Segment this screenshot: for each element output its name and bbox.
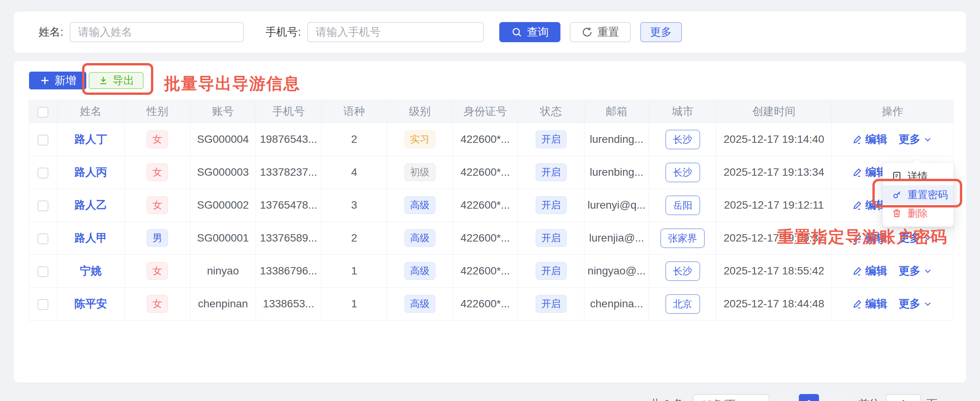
pagination: 共 6 条 10条/页 1 前往 页 bbox=[650, 393, 937, 401]
edit-link[interactable]: 编辑 bbox=[852, 165, 887, 180]
edit-pen-icon bbox=[852, 200, 863, 211]
row-checkbox[interactable] bbox=[38, 135, 48, 146]
languages-cell: 3 bbox=[322, 189, 387, 222]
name-cell: 路人甲 bbox=[57, 222, 125, 255]
languages-cell: 2 bbox=[322, 123, 387, 156]
email-cell: lurenyi@q... bbox=[584, 189, 649, 222]
phone-cell: 19876543... bbox=[256, 123, 322, 156]
account-cell: SG000002 bbox=[190, 189, 256, 222]
prev-page-button[interactable] bbox=[775, 394, 793, 401]
more-filters-button[interactable]: 更多 bbox=[640, 22, 682, 42]
dropdown-item-重置密码[interactable]: 重置密码 bbox=[883, 185, 953, 204]
next-page-button[interactable] bbox=[824, 394, 843, 401]
languages-cell: 2 bbox=[322, 222, 387, 255]
select-all-checkbox[interactable] bbox=[38, 107, 48, 118]
actions-cell: 编辑更多 bbox=[832, 255, 954, 288]
table-row: 路人乙女SG00000213765478...3高级422600*...开启lu… bbox=[29, 189, 954, 222]
city-tag: 长沙 bbox=[665, 261, 700, 281]
document-icon bbox=[891, 171, 902, 182]
row-more-link[interactable]: 更多 bbox=[899, 231, 933, 245]
id-card-cell: 422600*... bbox=[453, 156, 518, 189]
goto-label: 前往 bbox=[858, 397, 880, 401]
row-checkbox[interactable] bbox=[38, 233, 48, 244]
header-checkbox-cell bbox=[29, 100, 57, 123]
column-header: 操作 bbox=[832, 100, 954, 123]
created-time-cell: 2025-12-17 19:13:34 bbox=[716, 156, 832, 189]
row-more-link[interactable]: 更多 bbox=[899, 296, 933, 311]
row-checkbox[interactable] bbox=[38, 168, 48, 178]
row-more-link[interactable]: 更多 bbox=[899, 264, 933, 278]
add-button[interactable]: 新增 bbox=[29, 72, 86, 89]
row-checkbox[interactable] bbox=[38, 299, 48, 310]
guide-name-link[interactable]: 宁姚 bbox=[80, 265, 102, 277]
level-cell: 高级 bbox=[387, 222, 453, 255]
edit-link[interactable]: 编辑 bbox=[852, 264, 887, 278]
languages-cell: 1 bbox=[322, 255, 387, 288]
export-button[interactable]: 导出 bbox=[89, 72, 144, 89]
status-cell: 开启 bbox=[518, 255, 584, 288]
chevron-down-icon bbox=[752, 399, 762, 401]
email-cell: lurending... bbox=[584, 123, 649, 156]
status-cell: 开启 bbox=[518, 123, 584, 156]
name-cell: 路人乙 bbox=[57, 189, 125, 222]
city-cell: 岳阳 bbox=[649, 189, 716, 222]
edit-link[interactable]: 编辑 bbox=[852, 198, 887, 212]
gender-cell: 女 bbox=[125, 255, 190, 288]
table-row: 路人丙女SG00000313378237...4初级422600*...开启lu… bbox=[29, 156, 954, 189]
name-input[interactable] bbox=[70, 22, 244, 42]
more-filters-button-label: 更多 bbox=[650, 25, 672, 39]
chevron-down-icon bbox=[923, 266, 933, 276]
row-more-link[interactable]: 更多 bbox=[899, 132, 933, 147]
name-field-label: 姓名: bbox=[39, 25, 63, 39]
edit-link[interactable]: 编辑 bbox=[852, 231, 887, 245]
city-tag: 北京 bbox=[665, 294, 700, 314]
edit-link[interactable]: 编辑 bbox=[852, 296, 887, 311]
checkbox-cell bbox=[29, 189, 57, 222]
page-number-1[interactable]: 1 bbox=[799, 394, 819, 401]
dropdown-item-label: 重置密码 bbox=[908, 188, 948, 202]
guide-name-link[interactable]: 路人丙 bbox=[75, 166, 107, 178]
city-tag: 张家界 bbox=[660, 228, 705, 248]
guide-name-link[interactable]: 路人丁 bbox=[75, 133, 107, 145]
account-cell: SG000001 bbox=[190, 222, 256, 255]
goto-page-input[interactable] bbox=[886, 394, 921, 401]
reset-button[interactable]: 重置 bbox=[570, 22, 631, 42]
id-card-cell: 422600*... bbox=[453, 288, 518, 320]
guide-name-link[interactable]: 陈平安 bbox=[75, 298, 107, 310]
row-checkbox[interactable] bbox=[38, 266, 48, 277]
edit-pen-icon bbox=[852, 266, 863, 276]
city-tag: 长沙 bbox=[665, 130, 700, 149]
table-row: 陈平安女chenpinan1338653...1高级422600*...开启ch… bbox=[29, 288, 954, 320]
city-cell: 北京 bbox=[649, 288, 716, 320]
gender-tag: 女 bbox=[147, 295, 168, 312]
level-cell: 实习 bbox=[387, 123, 453, 156]
status-tag: 开启 bbox=[536, 295, 567, 312]
table-row: 路人甲男SG00000113376589...2高级422600*...开启lu… bbox=[29, 222, 954, 255]
actions-cell: 编辑更多 bbox=[832, 288, 954, 320]
guide-name-link[interactable]: 路人甲 bbox=[75, 232, 107, 244]
column-header: 创建时间 bbox=[716, 100, 832, 123]
name-cell: 路人丁 bbox=[57, 123, 125, 156]
account-cell: SG000004 bbox=[190, 123, 256, 156]
column-header: 手机号 bbox=[256, 100, 322, 123]
guide-name-link[interactable]: 路人乙 bbox=[75, 199, 107, 211]
gender-cell: 女 bbox=[125, 156, 190, 189]
row-checkbox[interactable] bbox=[38, 200, 48, 211]
level-tag: 高级 bbox=[404, 196, 435, 214]
languages-cell: 4 bbox=[322, 156, 387, 189]
status-tag: 开启 bbox=[536, 196, 567, 214]
query-button[interactable]: 查询 bbox=[499, 22, 560, 42]
table-header-row: 姓名性别账号手机号语种级别身份证号状态邮箱城市创建时间操作 bbox=[29, 100, 954, 123]
dropdown-item-label: 删除 bbox=[908, 207, 928, 220]
languages-cell: 1 bbox=[322, 288, 387, 320]
dropdown-item-删除[interactable]: 删除 bbox=[883, 204, 953, 223]
page-size-select[interactable]: 10条/页 bbox=[693, 394, 769, 401]
dropdown-item-详情[interactable]: 详情 bbox=[883, 167, 953, 185]
status-tag: 开启 bbox=[536, 229, 567, 247]
id-card-cell: 422600*... bbox=[453, 255, 518, 288]
phone-input[interactable] bbox=[307, 22, 484, 42]
gender-tag: 女 bbox=[147, 262, 168, 279]
edit-link[interactable]: 编辑 bbox=[852, 132, 887, 147]
level-tag: 高级 bbox=[404, 262, 435, 279]
email-cell: ningyao@... bbox=[584, 255, 649, 288]
